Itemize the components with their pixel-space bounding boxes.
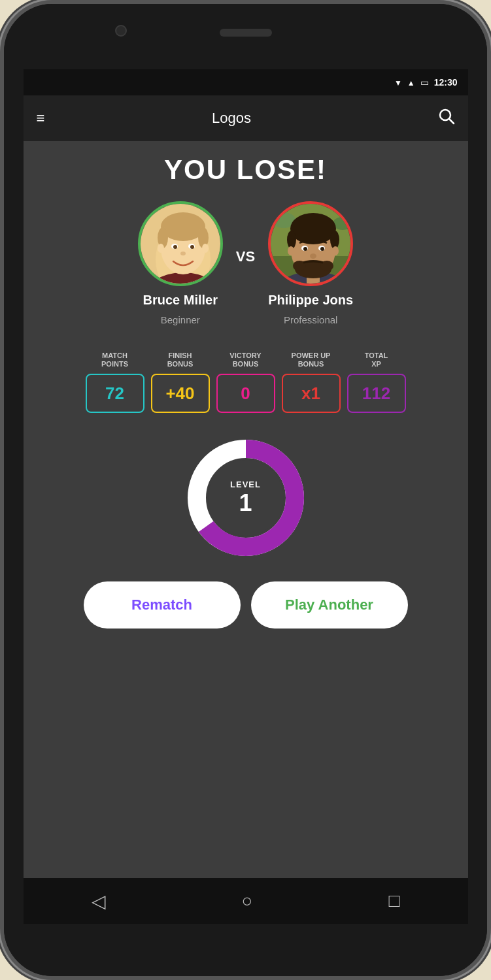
phone-device: 12:30 ≡ Logos YOU LOSE! (0, 0, 491, 980)
stat-box-finish-bonus: +40 (151, 374, 210, 413)
stat-label-finish-bonus: FINISHBONUS (167, 351, 194, 368)
player1-face-svg (141, 204, 223, 286)
main-content: YOU LOSE! (24, 141, 468, 878)
result-title: YOU LOSE! (164, 154, 327, 186)
svg-point-31 (303, 247, 307, 251)
stat-box-match-points: 72 (86, 374, 144, 413)
player2-rank: Professional (284, 314, 338, 325)
rematch-button[interactable]: Rematch (84, 581, 241, 629)
stat-label-total-xp: TOTALXP (365, 351, 388, 368)
player2-name: Philippe Jons (268, 293, 353, 308)
status-time: 12:30 (434, 77, 458, 88)
wifi-icon (394, 77, 402, 88)
stat-box-victory-bonus: 0 (216, 374, 275, 413)
stats-row: MATCHPOINTS 72 FINISHBONUS +40 VICTORYBO… (37, 351, 455, 413)
donut-chart: LEVEL 1 (180, 433, 311, 563)
phone-top-bezel (4, 4, 487, 69)
status-bar: 12:30 (24, 69, 468, 95)
svg-point-14 (158, 244, 164, 253)
avatar-1 (138, 201, 223, 286)
svg-line-1 (449, 119, 454, 123)
stat-box-power-up-bonus: x1 (282, 374, 341, 413)
svg-point-25 (330, 231, 339, 249)
stat-match-points: MATCHPOINTS 72 (86, 351, 144, 413)
svg-point-11 (173, 245, 177, 249)
svg-point-33 (310, 253, 316, 259)
stat-label-match-points: MATCHPOINTS (101, 351, 128, 368)
recent-nav-icon[interactable]: □ (389, 890, 400, 911)
top-app-bar: ≡ Logos (24, 95, 468, 141)
stat-victory-bonus: VICTORYBONUS 0 (216, 351, 275, 413)
home-nav-icon[interactable]: ○ (242, 890, 253, 911)
avatar-2 (268, 201, 353, 286)
phone-screen: 12:30 ≡ Logos YOU LOSE! (24, 69, 468, 924)
menu-icon[interactable]: ≡ (37, 110, 45, 127)
donut-center: LEVEL 1 (230, 480, 261, 517)
nav-bar: ◁ ○ □ (24, 878, 468, 924)
svg-point-35 (332, 246, 339, 255)
signal-icon (407, 77, 415, 88)
players-row: Bruce Miller Beginner VS (37, 201, 455, 325)
svg-point-13 (180, 252, 186, 255)
stat-total-xp: TOTALXP 112 (347, 351, 406, 413)
svg-point-34 (288, 246, 294, 255)
player1-rank: Beginner (161, 314, 200, 325)
stat-finish-bonus: FINISHBONUS +40 (151, 351, 210, 413)
action-buttons-row: Rematch Play Another (37, 581, 455, 629)
stat-label-victory-bonus: VICTORYBONUS (229, 351, 261, 368)
search-icon[interactable] (438, 108, 455, 129)
level-chart-area: LEVEL 1 (180, 433, 311, 563)
phone-speaker (220, 29, 272, 37)
player-block-2: Philippe Jons Professional (268, 201, 353, 325)
svg-point-32 (320, 247, 324, 251)
player2-face-svg (271, 204, 353, 286)
svg-point-23 (290, 213, 336, 244)
svg-point-15 (202, 244, 209, 253)
level-label: LEVEL (230, 480, 261, 489)
player1-name: Bruce Miller (143, 293, 218, 308)
phone-camera (115, 25, 127, 37)
player-block-1: Bruce Miller Beginner (138, 201, 223, 325)
stat-box-total-xp: 112 (347, 374, 406, 413)
play-another-button[interactable]: Play Another (251, 581, 408, 629)
stat-label-power-up-bonus: POWER UPBONUS (292, 351, 331, 368)
vs-label: VS (236, 248, 255, 265)
phone-bottom-bezel (4, 924, 487, 976)
svg-point-24 (287, 231, 296, 249)
battery-icon (420, 77, 429, 88)
level-number: 1 (230, 489, 261, 517)
svg-point-12 (190, 245, 194, 249)
app-title: Logos (44, 110, 418, 127)
back-nav-icon[interactable]: ◁ (92, 890, 106, 912)
stat-power-up-bonus: POWER UPBONUS x1 (282, 351, 341, 413)
